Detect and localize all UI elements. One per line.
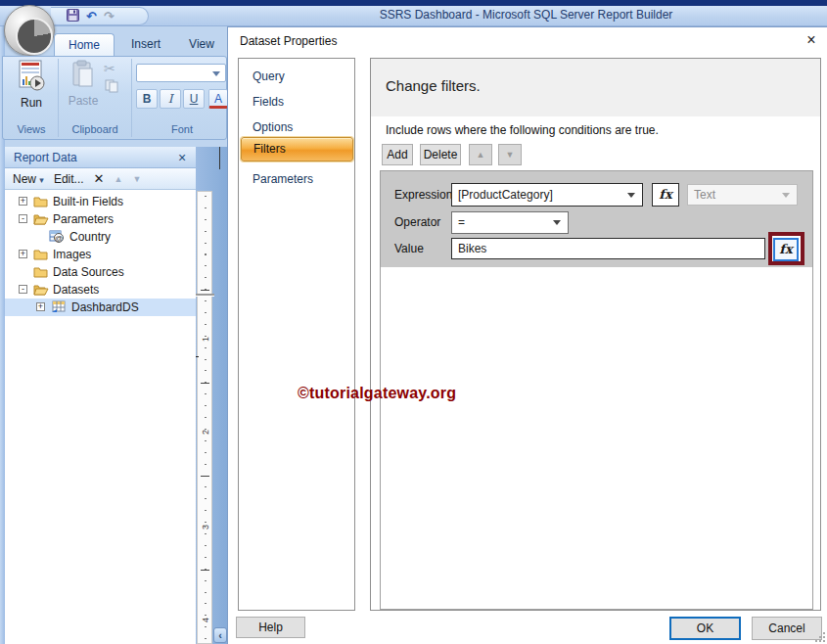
collapse-icon[interactable]: - — [19, 285, 27, 294]
tree-item-images[interactable]: + Images — [5, 246, 196, 263]
operator-label: Operator — [394, 213, 440, 231]
collapse-icon[interactable]: - — [19, 214, 27, 223]
value-fx-button[interactable]: fx — [773, 238, 799, 261]
dialog-title: Dataset Properties — [240, 34, 337, 48]
expression-combo[interactable]: [ProductCategory] — [451, 183, 643, 207]
svg-text:@: @ — [55, 234, 63, 243]
move-down-icon: ▼ — [132, 174, 141, 184]
delete-icon[interactable]: ✕ — [94, 171, 105, 186]
move-filter-down-button: ▼ — [498, 144, 522, 165]
nav-item-fields[interactable]: Fields — [253, 93, 284, 111]
cut-icon: ✂ — [104, 61, 115, 76]
undo-icon[interactable]: ↶ — [86, 10, 97, 23]
tab-insert[interactable]: Insert — [118, 33, 173, 56]
application-menu-button[interactable] — [4, 5, 55, 56]
help-button[interactable]: Help — [236, 617, 305, 638]
underline-button[interactable]: U — [183, 89, 205, 109]
value-input[interactable]: Bikes — [451, 238, 765, 259]
group-label-views: Views — [7, 121, 56, 137]
pie-chart-icon — [16, 18, 53, 55]
expression-label: Expression — [394, 186, 452, 204]
resize-grip[interactable] — [815, 632, 825, 642]
quick-access-toolbar: ↶ ↷ — [51, 7, 149, 25]
font-color-button[interactable]: A — [208, 89, 228, 109]
page-title: Change filters. — [386, 77, 481, 94]
annotation-highlight-box: fx — [768, 232, 804, 265]
italic-button[interactable]: I — [160, 89, 181, 109]
add-button[interactable]: Add — [382, 144, 413, 165]
report-data-header: Report Data × — [5, 147, 196, 168]
chevron-down-icon — [212, 71, 220, 76]
cancel-button[interactable]: Cancel — [752, 617, 822, 640]
dialog-nav: Query Fields Options Filters Parameters — [238, 58, 355, 611]
tree-item-built-in-fields[interactable]: + Built-in Fields — [5, 193, 196, 210]
vertical-ruler: 1 2 3 4 — [197, 191, 212, 644]
expand-icon[interactable]: + — [19, 250, 27, 258]
group-label-font: Font — [150, 121, 214, 137]
run-report-icon — [18, 80, 45, 94]
chevron-down-icon — [553, 220, 561, 225]
report-data-title: Report Data — [14, 151, 77, 164]
expand-icon[interactable]: + — [19, 197, 27, 206]
save-icon[interactable] — [67, 9, 79, 23]
ruler-label: 4 — [201, 613, 210, 622]
report-data-panel: Report Data × New ▾ Edit... ✕ ▲ ▼ + Buil… — [5, 147, 196, 644]
chevron-down-icon — [627, 193, 635, 198]
dialog-main: Change filters. Include rows where the f… — [370, 58, 821, 611]
expand-icon[interactable]: + — [36, 302, 45, 311]
paste-button: Paste — [62, 60, 105, 116]
copy-icon — [105, 79, 118, 96]
type-dropdown: Text — [687, 184, 798, 206]
edit-button[interactable]: Edit... — [54, 172, 84, 186]
tab-home[interactable]: Home — [54, 33, 115, 56]
redo-icon[interactable]: ↷ — [104, 10, 115, 23]
ribbon: Run Views Paste ✂ Clipboard B I U A Font — [2, 56, 227, 140]
ruler-label: 2 — [201, 425, 210, 435]
close-panel-icon[interactable]: × — [173, 149, 191, 166]
chevron-down-icon — [782, 193, 790, 198]
nav-item-options[interactable]: Options — [253, 118, 293, 136]
delete-button[interactable]: Delete — [420, 144, 461, 165]
move-filter-up-button: ▲ — [469, 144, 492, 165]
tab-view[interactable]: View — [177, 33, 226, 56]
canvas-edge-line — [219, 147, 220, 169]
paste-label: Paste — [62, 94, 105, 108]
group-label-clipboard: Clipboard — [59, 121, 131, 137]
tree-item-data-sources[interactable]: Data Sources — [5, 263, 196, 281]
tree-item-datasets[interactable]: - Datasets — [5, 281, 196, 299]
caret-down-icon: ▾ — [39, 175, 44, 185]
filter-clause: Expression [ProductCategory] fx Text Ope… — [381, 171, 812, 267]
close-icon[interactable]: × — [802, 30, 821, 50]
ruler-position-marker — [194, 294, 214, 296]
dataset-properties-dialog: Dataset Properties × Query Fields Option… — [227, 26, 827, 644]
ruler-label: 1 — [201, 332, 210, 342]
operator-combo[interactable]: = — [451, 211, 569, 234]
dataset-icon — [51, 300, 66, 318]
page-header-band: Change filters. — [371, 59, 820, 116]
ruler-label: 3 — [201, 520, 210, 529]
nav-item-filters[interactable]: Filters — [241, 137, 353, 161]
run-button[interactable]: Run — [10, 60, 53, 116]
report-data-toolbar: New ▾ Edit... ✕ ▲ ▼ — [5, 168, 196, 190]
bold-button[interactable]: B — [136, 89, 158, 109]
scroll-left-button[interactable]: ‹ — [213, 627, 227, 643]
value-label: Value — [394, 240, 424, 257]
tree-item-country[interactable]: @ Country — [5, 228, 196, 246]
paste-icon — [70, 78, 96, 92]
font-name-combo[interactable] — [136, 64, 226, 82]
nav-item-query[interactable]: Query — [253, 68, 285, 85]
tree-item-parameters[interactable]: - Parameters — [5, 210, 196, 228]
window-title: SSRS Dashboard - Microsoft SQL Server Re… — [225, 8, 827, 22]
ok-button[interactable]: OK — [669, 617, 741, 640]
tree-item-dashbardds[interactable]: + DashbardDS — [5, 299, 196, 316]
nav-item-parameters[interactable]: Parameters — [253, 170, 313, 188]
instruction-text: Include rows where the following conditi… — [386, 123, 659, 137]
expression-fx-button[interactable]: fx — [652, 183, 679, 207]
group-separator — [131, 59, 132, 137]
new-menu-button[interactable]: New ▾ — [13, 172, 44, 186]
watermark-text: ©tutorialgateway.org — [298, 385, 456, 402]
move-up-icon: ▲ — [114, 174, 122, 184]
ruler-medium-ticks — [201, 290, 209, 642]
run-label: Run — [10, 96, 53, 110]
